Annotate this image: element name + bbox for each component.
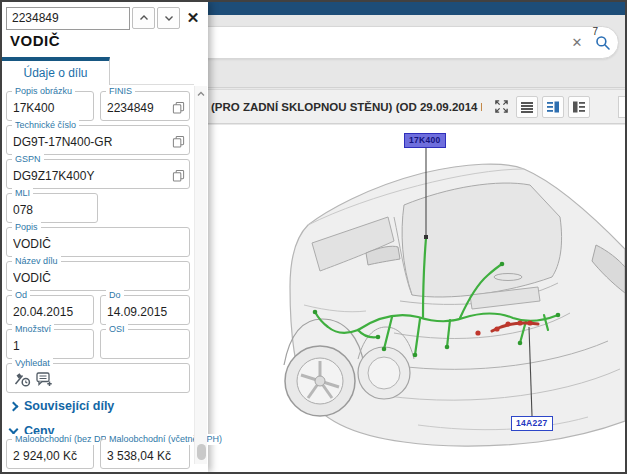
price-fields: Maloobchodní (bez DPH) 2 924,00 Kč Maloo… [6,436,194,470]
panel-scrollbar[interactable] [194,86,207,464]
copy-icon[interactable] [170,99,186,115]
expand-icon[interactable] [490,96,512,118]
panel-tabs: Údaje o dílu [2,57,208,85]
illustration-canvas: 17K400 14A227 [208,125,625,472]
app-window: ✕ 7 (PRO ZADNÍ SKLOPNOU STĚNU) (OD 29.09… [0,0,627,474]
illustration-header: (PRO ZADNÍ SKLOPNOU STĚNU) (OD 29.09.201… [208,89,625,124]
list-view-icon[interactable] [516,96,538,118]
part-title: VODIČ [10,32,60,49]
view-toolbar [490,96,625,118]
field-nazev-dilu[interactable]: Název dílu VODIČ [6,261,190,291]
next-result-button[interactable] [157,7,180,29]
related-parts-link[interactable]: Související díly [10,399,114,413]
catalog-search-input[interactable] [153,36,566,50]
part-number-input[interactable] [6,7,130,30]
chevron-right-icon [9,402,19,412]
field-technicke-cislo[interactable]: Technické číslo DG9T-17N400-GR [6,125,190,155]
catalog-search-bar[interactable]: ✕ 7 [152,26,619,59]
copy-icon[interactable] [170,133,186,149]
search-clear-icon[interactable]: ✕ [566,35,588,50]
part-detail-panel: ✕ VODIČ Údaje o dílu Popis obrázku 17K40… [2,2,208,472]
add-note-icon[interactable] [35,371,53,387]
split-view-left-icon[interactable] [568,96,590,118]
scrollbar-thumb[interactable] [197,444,206,460]
prev-result-button[interactable] [132,7,155,29]
close-panel-button[interactable]: ✕ [182,7,204,29]
field-price-inc-vat[interactable]: Maloobchodní (včetně DPH) 3 538,04 Kč [100,439,190,469]
field-mli[interactable]: MLI 078 [6,193,98,223]
field-popis[interactable]: Popis VODIČ [6,227,190,257]
field-do[interactable]: Do 14.09.2015 [100,295,190,325]
illustration-title: (PRO ZADNÍ SKLOPNOU STĚNU) (OD 29.09.201… [208,101,482,113]
field-gspn[interactable]: GSPN DG9Z17K400Y [6,159,190,189]
search-count-badge: 7 [592,26,598,37]
copy-icon[interactable] [170,167,186,183]
part-callout[interactable]: 14A227 [511,416,553,431]
scroll-up-icon[interactable] [195,88,207,100]
clipped-toolbar-icon[interactable] [618,96,625,118]
tab-part-details[interactable]: Údaje o dílu [2,57,110,85]
split-view-right-icon[interactable] [542,96,564,118]
field-mnozstvi[interactable]: Množství 1 [6,329,94,359]
field-popis-obrazku[interactable]: Popis obrázku 17K400 [6,91,94,121]
part-callout-selected[interactable]: 17K400 [404,133,446,148]
field-vyhledat: Vyhledat [6,363,190,393]
field-price-ex-vat[interactable]: Maloobchodní (bez DPH) 2 924,00 Kč [6,439,94,469]
part-fields: Popis obrázku 17K400 FINIS 2234849 Techn… [6,88,194,394]
panel-search-row: ✕ [6,6,206,30]
field-osi[interactable]: OSI [100,329,190,359]
field-finis[interactable]: FINIS 2234849 [100,91,190,121]
field-od[interactable]: Od 20.04.2015 [6,295,94,325]
car-illustration [208,125,625,473]
chevron-down-icon [9,425,19,435]
search-tools-icon[interactable] [13,371,31,387]
